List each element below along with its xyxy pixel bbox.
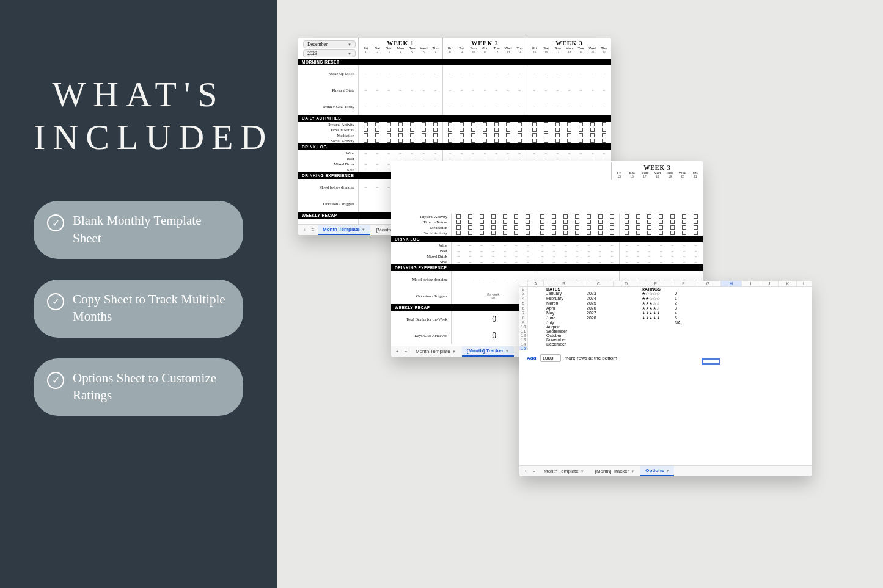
checkbox-cell[interactable]	[422, 122, 426, 126]
tab-month-tracker[interactable]: [Month] Tracker▼	[462, 346, 514, 357]
empty-cell[interactable]: –	[456, 89, 467, 92]
checkbox-cell[interactable]	[579, 128, 583, 132]
add-rows-count-input[interactable]	[540, 354, 561, 362]
empty-cell[interactable]: –	[476, 260, 488, 264]
empty-cell[interactable]: –	[464, 244, 476, 247]
empty-cell[interactable]: –	[488, 260, 499, 264]
empty-cell[interactable]: –	[522, 249, 533, 253]
checkbox-cell[interactable]	[526, 214, 530, 219]
checkbox-cell[interactable]	[587, 225, 591, 230]
empty-cell[interactable]: –	[372, 89, 383, 92]
empty-cell[interactable]: –	[632, 249, 644, 253]
checkbox-cell[interactable]	[506, 139, 510, 143]
empty-cell[interactable]: –	[418, 105, 430, 109]
tab-month-tracker[interactable]: [Month] Tracker▼	[590, 466, 640, 476]
empty-cell[interactable]: –	[655, 260, 667, 264]
checkbox-cell[interactable]	[647, 231, 651, 235]
empty-cell[interactable]: –	[453, 255, 464, 258]
empty-cell[interactable]: –	[467, 105, 479, 109]
rating-stars-cell[interactable]: ★★★★☆	[639, 306, 672, 311]
rating-stars-cell[interactable]: ★★★☆☆	[639, 301, 672, 306]
all-sheets-icon[interactable]: ≡	[309, 227, 317, 233]
checkbox-cell[interactable]	[563, 231, 568, 235]
empty-cell[interactable]: –	[606, 244, 618, 247]
empty-cell[interactable]: –	[598, 89, 610, 92]
checkbox-cell[interactable]	[506, 133, 510, 137]
checkbox-cell[interactable]	[590, 139, 595, 143]
checkbox-cell[interactable]	[540, 214, 544, 219]
checkbox-cell[interactable]	[555, 139, 560, 143]
rating-stars-cell[interactable]	[639, 325, 672, 329]
empty-cell[interactable]: –	[598, 151, 610, 155]
empty-cell[interactable]: –	[467, 151, 479, 155]
empty-cell[interactable]: –	[621, 249, 632, 253]
empty-cell[interactable]: –	[444, 105, 456, 109]
checkbox-cell[interactable]	[491, 225, 496, 230]
empty-cell[interactable]: –	[479, 151, 491, 155]
empty-cell[interactable]: –	[418, 151, 430, 155]
empty-cell[interactable]: –	[479, 89, 491, 92]
empty-cell[interactable]: –	[476, 249, 488, 253]
empty-cell[interactable]: –	[502, 105, 514, 109]
checkbox-cell[interactable]	[375, 122, 379, 126]
row-number[interactable]: 6	[519, 306, 528, 311]
checkbox-cell[interactable]	[494, 128, 499, 132]
empty-cell[interactable]: –	[360, 151, 372, 155]
add-rows-button[interactable]: Add	[527, 355, 537, 361]
checkbox-cell[interactable]	[518, 139, 522, 143]
checkbox-cell[interactable]	[670, 225, 675, 230]
checkbox-cell[interactable]	[602, 122, 606, 126]
checkbox-cell[interactable]	[494, 139, 499, 143]
empty-cell[interactable]: –	[606, 255, 618, 258]
row-number[interactable]: 5	[519, 301, 528, 306]
checkbox-cell[interactable]	[555, 122, 560, 126]
empty-cell[interactable]: –	[491, 105, 502, 109]
empty-cell[interactable]: –	[522, 255, 533, 258]
empty-cell[interactable]: –	[372, 151, 383, 155]
empty-cell[interactable]: –	[406, 72, 418, 76]
checkbox-cell[interactable]	[494, 122, 499, 126]
empty-cell[interactable]: –	[621, 260, 632, 264]
empty-cell[interactable]: –	[540, 72, 552, 76]
empty-cell[interactable]: –	[587, 157, 598, 161]
empty-cell[interactable]: –	[479, 157, 491, 161]
checkbox-cell[interactable]	[433, 139, 438, 143]
checkbox-cell[interactable]	[503, 214, 507, 219]
empty-cell[interactable]: –	[537, 255, 548, 258]
all-sheets-icon[interactable]: ≡	[402, 349, 409, 354]
year-cell[interactable]: 2026	[584, 306, 614, 311]
rating-stars-cell[interactable]: ★☆☆☆☆	[639, 291, 672, 296]
row-number[interactable]: 8	[519, 316, 528, 321]
checkbox-cell[interactable]	[587, 214, 591, 219]
checkbox-cell[interactable]	[480, 220, 484, 224]
empty-cell[interactable]: –	[360, 72, 372, 76]
checkbox-cell[interactable]	[540, 231, 544, 235]
checkbox-cell[interactable]	[387, 133, 391, 137]
empty-cell[interactable]: –	[571, 260, 583, 264]
checkbox-cell[interactable]	[456, 231, 461, 235]
col-I[interactable]: I	[742, 281, 760, 286]
checkbox-cell[interactable]	[610, 214, 614, 219]
checkbox-cell[interactable]	[598, 225, 603, 230]
checkbox-cell[interactable]	[480, 214, 484, 219]
empty-cell[interactable]: –	[529, 105, 540, 109]
empty-cell[interactable]: –	[453, 260, 464, 264]
tab-options[interactable]: Options▼	[640, 466, 674, 476]
empty-cell[interactable]: –	[552, 72, 563, 76]
checkbox-cell[interactable]	[483, 128, 487, 132]
empty-cell[interactable]: –	[643, 260, 655, 264]
empty-cell[interactable]: –	[678, 244, 690, 247]
empty-cell[interactable]: –	[655, 249, 667, 253]
checkbox-cell[interactable]	[410, 133, 414, 137]
checkbox-cell[interactable]	[670, 220, 675, 224]
checkbox-cell[interactable]	[598, 231, 603, 235]
empty-cell[interactable]: –	[360, 162, 372, 166]
empty-cell[interactable]: –	[563, 89, 575, 92]
checkbox-cell[interactable]	[682, 231, 686, 235]
empty-cell[interactable]: –	[595, 260, 606, 264]
rating-stars-cell[interactable]	[639, 329, 672, 333]
empty-cell[interactable]: –	[430, 89, 441, 92]
empty-cell[interactable]: –	[583, 244, 595, 247]
add-sheet-icon[interactable]: +	[301, 227, 308, 233]
checkbox-cell[interactable]	[532, 128, 537, 132]
